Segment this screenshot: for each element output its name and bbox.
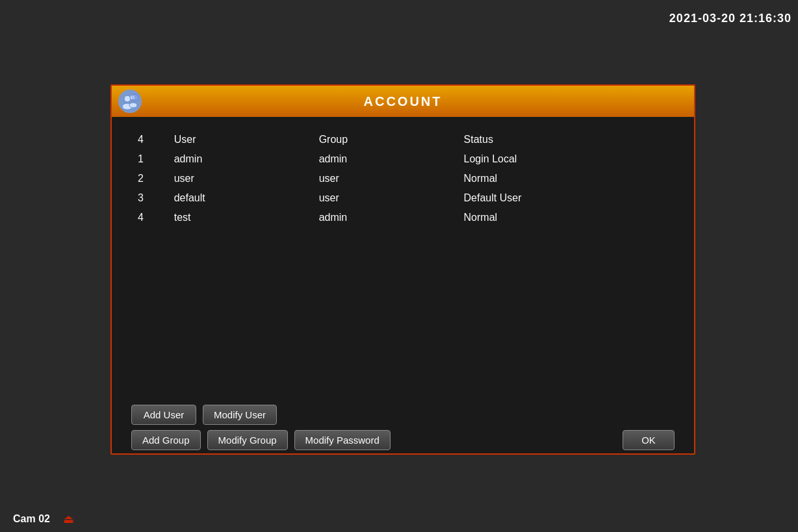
cell-status: Normal (457, 208, 675, 227)
account-dialog: ACCOUNT 4 User Group Status 1adminadminL… (110, 84, 695, 455)
button-row-1: Add User Modify User (131, 405, 675, 425)
table-row[interactable]: 3defaultuserDefault User (131, 188, 675, 208)
account-icon (118, 90, 142, 113)
dialog-title-bar: ACCOUNT (112, 86, 694, 117)
col-header-count: 4 (131, 130, 168, 149)
cell-status: Login Local (457, 149, 675, 169)
modify-password-button[interactable]: Modify Password (294, 430, 391, 450)
svg-point-3 (129, 103, 137, 108)
bottom-bar: Cam 02 ⏏ (0, 506, 798, 532)
cell-user: admin (168, 149, 313, 169)
cell-group: admin (313, 149, 457, 169)
cell-group: user (313, 169, 457, 188)
col-header-group: Group (313, 130, 457, 149)
col-header-status: Status (457, 130, 675, 149)
cell-status: Default User (457, 188, 675, 208)
modify-group-button[interactable]: Modify Group (207, 430, 288, 450)
cell-group: user (313, 188, 457, 208)
add-user-button[interactable]: Add User (131, 405, 196, 425)
modify-user-button[interactable]: Modify User (203, 405, 277, 425)
add-group-button[interactable]: Add Group (131, 430, 201, 450)
cell-user: test (168, 208, 313, 227)
table-row[interactable]: 1adminadminLogin Local (131, 149, 675, 169)
cell-user: user (168, 169, 313, 188)
cell-num: 3 (131, 188, 168, 208)
button-row-2: Add Group Modify Group Modify Password O… (131, 430, 675, 450)
cam-label: Cam 02 (13, 513, 50, 525)
table-header-row: 4 User Group Status (131, 130, 675, 149)
cell-num: 1 (131, 149, 168, 169)
table-row[interactable]: 4testadminNormal (131, 208, 675, 227)
timestamp: 2021-03-20 21:16:30 (669, 12, 792, 25)
dialog-content: 4 User Group Status 1adminadminLogin Loc… (112, 117, 694, 408)
dialog-title: ACCOUNT (364, 94, 443, 109)
col-header-user: User (168, 130, 313, 149)
cell-status: Normal (457, 169, 675, 188)
cell-num: 2 (131, 169, 168, 188)
ok-button[interactable]: OK (623, 430, 675, 450)
user-table: 4 User Group Status 1adminadminLogin Loc… (131, 130, 675, 227)
buttons-area: Add User Modify User Add Group Modify Gr… (112, 401, 694, 453)
svg-point-4 (132, 94, 138, 101)
cell-user: default (168, 188, 313, 208)
cell-num: 4 (131, 208, 168, 227)
table-row[interactable]: 2useruserNormal (131, 169, 675, 188)
cam-icon: ⏏ (63, 512, 74, 526)
table-body: 1adminadminLogin Local2useruserNormal3de… (131, 149, 675, 227)
svg-point-0 (124, 95, 131, 102)
cell-group: admin (313, 208, 457, 227)
